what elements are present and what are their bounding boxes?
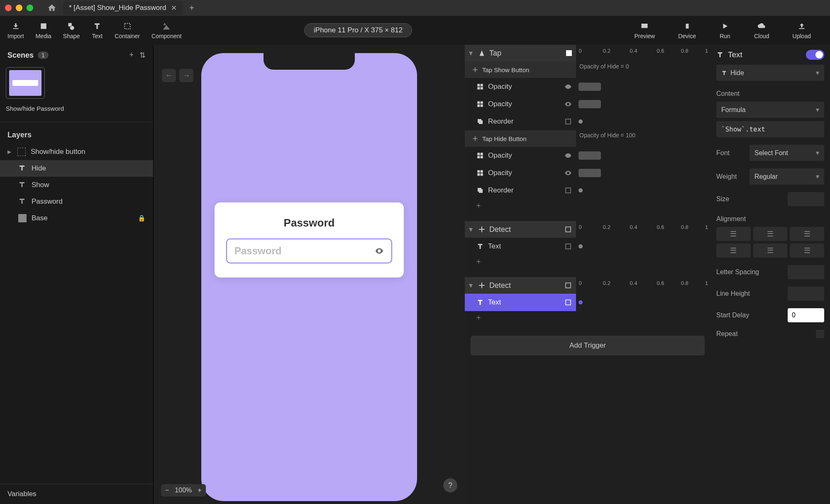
run-button[interactable]: Run bbox=[719, 21, 731, 39]
zoom-value: 100% bbox=[175, 487, 192, 494]
titlebar: * [Asset] Show_Hide Password ✕ + bbox=[0, 0, 830, 16]
opacity-row[interactable]: Opacity bbox=[465, 147, 576, 164]
preview-button[interactable]: Preview bbox=[634, 21, 655, 39]
password-card: Password Password bbox=[215, 202, 404, 278]
device-label: iPhone 11 Pro / X 375 × 812 bbox=[314, 26, 403, 34]
align-center-button[interactable]: ☰ bbox=[753, 227, 788, 241]
scene-thumbnail[interactable] bbox=[6, 67, 45, 99]
component-label: Component bbox=[151, 33, 181, 39]
size-label: Size bbox=[716, 195, 729, 203]
upload-button[interactable]: Upload bbox=[793, 21, 811, 39]
canvas[interactable]: ← → Password Password −100%+ ? bbox=[154, 45, 465, 504]
container-button[interactable]: Container bbox=[115, 21, 140, 39]
sort-scenes-icon[interactable]: ⇅ bbox=[139, 51, 146, 60]
nav-back-button[interactable]: ← bbox=[162, 69, 176, 82]
opacity-row[interactable]: Opacity bbox=[465, 164, 576, 182]
cloud-button[interactable]: Cloud bbox=[754, 21, 769, 39]
device-button[interactable]: Device bbox=[678, 21, 696, 39]
weight-select[interactable]: Regular▾ bbox=[749, 168, 824, 185]
add-response-button[interactable]: + bbox=[465, 255, 710, 269]
password-placeholder: Password bbox=[234, 245, 281, 257]
lock-icon: 🔒 bbox=[138, 214, 146, 222]
text-row[interactable]: Text bbox=[465, 238, 576, 255]
alignment-label: Alignment bbox=[716, 215, 824, 223]
tap-hide-button-header[interactable]: Tap Hide Button bbox=[465, 130, 576, 147]
reorder-row[interactable]: Reorder bbox=[465, 182, 576, 199]
home-icon[interactable] bbox=[47, 3, 56, 12]
device-selector[interactable]: iPhone 11 Pro / X 375 × 812 bbox=[304, 23, 412, 37]
import-button[interactable]: Import bbox=[7, 21, 24, 39]
zoom-control[interactable]: −100%+ bbox=[161, 484, 206, 497]
layer-show-hide-button[interactable]: ▶Show/hide button bbox=[0, 144, 153, 160]
align-middle-button[interactable]: ☰ bbox=[753, 243, 788, 258]
content-label: Content bbox=[716, 90, 824, 97]
start-delay-label: Start Delay bbox=[716, 312, 749, 319]
text-row-selected[interactable]: Text bbox=[465, 294, 576, 311]
layer-show[interactable]: Show bbox=[0, 177, 153, 193]
card-title: Password bbox=[226, 217, 392, 229]
nav-forward-button[interactable]: → bbox=[179, 69, 193, 82]
layer-hide[interactable]: Hide bbox=[0, 160, 153, 177]
text-button[interactable]: Text bbox=[91, 21, 103, 39]
detect-trigger-header[interactable]: ▾Detect bbox=[465, 221, 576, 238]
media-button[interactable]: Media bbox=[36, 21, 51, 39]
svg-rect-3 bbox=[566, 244, 571, 249]
enable-toggle[interactable] bbox=[806, 50, 824, 60]
svg-rect-2 bbox=[566, 227, 571, 232]
layers-title: Layers bbox=[0, 122, 153, 144]
eye-icon[interactable] bbox=[375, 246, 384, 256]
formula-input[interactable]: `Show`.text bbox=[716, 121, 824, 137]
help-button[interactable]: ? bbox=[443, 478, 457, 492]
zoom-in-icon[interactable]: + bbox=[198, 487, 201, 494]
repeat-label: Repeat bbox=[716, 330, 738, 338]
start-delay-input[interactable] bbox=[788, 308, 824, 322]
component-button[interactable]: Component bbox=[151, 21, 181, 39]
line-height-input[interactable] bbox=[788, 287, 824, 301]
phone-notch bbox=[264, 53, 355, 70]
add-trigger-button[interactable]: Add Trigger bbox=[471, 336, 705, 355]
import-label: Import bbox=[7, 33, 24, 39]
close-icon[interactable]: ✕ bbox=[171, 4, 177, 12]
layer-base[interactable]: Base🔒 bbox=[0, 210, 153, 226]
align-right-button[interactable]: ☰ bbox=[790, 227, 824, 241]
reorder-row[interactable]: Reorder bbox=[465, 113, 576, 130]
reorder-icon bbox=[564, 187, 572, 194]
window-close[interactable] bbox=[5, 5, 12, 11]
align-top-button[interactable]: ☰ bbox=[716, 243, 751, 258]
align-left-button[interactable]: ☰ bbox=[716, 227, 751, 241]
detect-label: Detect bbox=[489, 281, 511, 290]
layer-label: Show bbox=[32, 181, 49, 189]
chevron-down-icon: ▾ bbox=[816, 69, 819, 77]
container-label: Container bbox=[115, 33, 140, 39]
svg-rect-4 bbox=[566, 283, 571, 288]
variables-section[interactable]: Variables bbox=[0, 484, 153, 504]
media-label: Media bbox=[36, 33, 51, 39]
reorder-icon bbox=[564, 118, 572, 125]
repeat-checkbox[interactable] bbox=[816, 330, 824, 338]
document-tab[interactable]: * [Asset] Show_Hide Password ✕ bbox=[63, 1, 183, 15]
letter-spacing-input[interactable] bbox=[788, 265, 824, 279]
add-response-button[interactable]: + bbox=[465, 311, 710, 325]
layer-password[interactable]: Password bbox=[0, 193, 153, 210]
size-input[interactable] bbox=[788, 192, 824, 206]
password-field[interactable]: Password bbox=[226, 239, 392, 263]
target-select[interactable]: Hide▾ bbox=[716, 65, 824, 81]
opacity-row[interactable]: Opacity bbox=[465, 78, 576, 95]
add-scene-icon[interactable]: + bbox=[129, 51, 134, 60]
align-bottom-button[interactable]: ☰ bbox=[790, 243, 824, 258]
window-minimize[interactable] bbox=[16, 5, 22, 11]
font-select[interactable]: Select Font▾ bbox=[749, 145, 824, 161]
opacity-row[interactable]: Opacity bbox=[465, 95, 576, 113]
detect-trigger-header[interactable]: ▾Detect bbox=[465, 277, 576, 294]
svg-rect-0 bbox=[566, 119, 571, 124]
add-tab-button[interactable]: + bbox=[189, 3, 194, 13]
tap-trigger-header[interactable]: ▾Tap bbox=[465, 45, 576, 61]
zoom-out-icon[interactable]: − bbox=[165, 487, 169, 494]
shape-button[interactable]: Shape bbox=[63, 21, 80, 39]
add-response-button[interactable]: + bbox=[465, 199, 710, 213]
inspector-panel: Text Hide▾ Content Formula▾ `Show`.text … bbox=[710, 45, 830, 504]
window-maximize[interactable] bbox=[27, 5, 33, 11]
formula-select[interactable]: Formula▾ bbox=[716, 102, 824, 118]
layer-label: Show/hide button bbox=[31, 148, 85, 156]
tap-show-button-header[interactable]: Tap Show Button bbox=[465, 61, 576, 78]
